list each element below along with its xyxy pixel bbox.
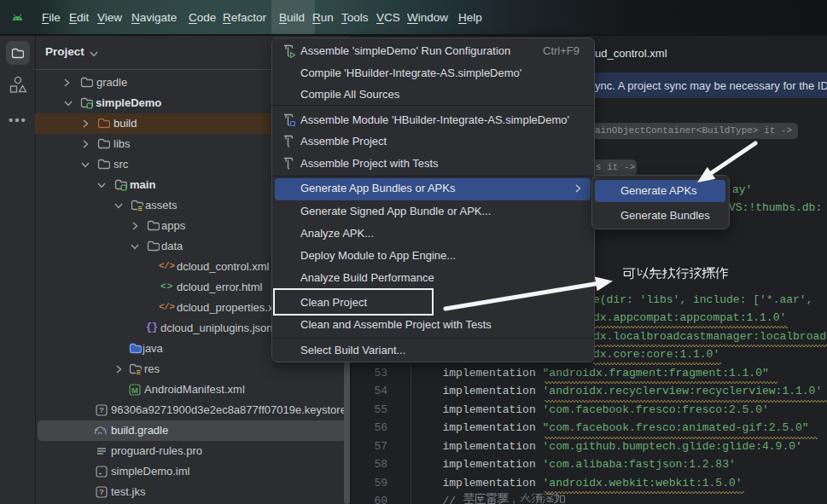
svg-text:?: ? bbox=[99, 487, 104, 496]
svg-text:?: ? bbox=[99, 405, 104, 414]
svg-text:M: M bbox=[131, 385, 138, 394]
